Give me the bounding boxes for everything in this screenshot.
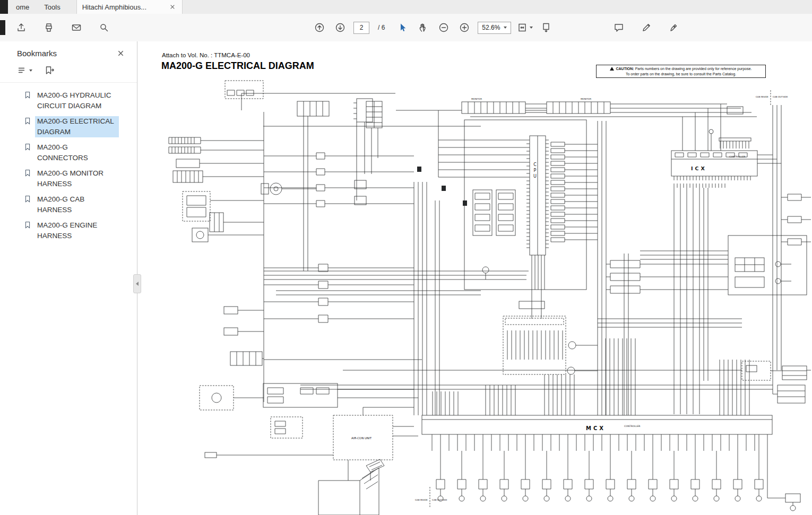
bookmark-icon [23, 143, 32, 153]
bookmarks-panel: Bookmarks MA200-G HYDRAULIC CIRCUIT DIAG… [0, 41, 137, 515]
bookmarks-list: MA200-G HYDRAULIC CIRCUIT DIAGRAM MA200-… [0, 83, 137, 241]
previous-page-button[interactable] [312, 20, 327, 35]
mcx-block: MCX CONTROLLER [422, 415, 772, 434]
cpu-block: CPU [462, 102, 610, 309]
zoom-out-button[interactable] [436, 20, 451, 35]
hand-tool-button[interactable] [416, 20, 430, 35]
zoom-level-dropdown[interactable]: 52.6% [478, 22, 511, 34]
tab-close-icon[interactable] [168, 3, 177, 11]
icx-label: ICX [691, 165, 707, 171]
warning-icon [610, 67, 614, 71]
cab-inside-label: CAB INSIDE [415, 499, 428, 501]
scrolling-pages-icon [541, 22, 551, 33]
close-panel-icon[interactable] [116, 48, 125, 58]
comment-button[interactable] [611, 20, 626, 35]
bookmark-locate-icon [44, 65, 55, 76]
highlight-button[interactable] [639, 20, 654, 35]
electrical-diagram: AIR-CON UNIT [141, 41, 812, 515]
air-con-unit-label: AIR-CON UNIT [351, 437, 372, 440]
toolbar-right-group [611, 14, 681, 41]
tab-document[interactable]: Hitachi Amphibious... [76, 0, 183, 14]
page-title: MA200-G ELECTRICAL DIAGRAM [161, 60, 314, 72]
zoom-level-value: 52.6% [482, 24, 500, 31]
options-list-icon [17, 65, 28, 76]
left-power-components [169, 137, 223, 242]
cab-outside-label: CAB OUTSIDE [432, 499, 447, 501]
page-total-label: / 6 [378, 24, 385, 31]
share-upload-icon [16, 22, 27, 33]
chevron-down-icon [530, 27, 533, 29]
mid-left-components [224, 153, 467, 335]
fit-page-dropdown[interactable] [517, 22, 533, 33]
monitor-label: MONITOR [471, 98, 482, 100]
tab-tools[interactable]: Tools [37, 0, 67, 14]
page-down-icon [335, 22, 345, 33]
attach-volume-line: Attach to Vol. No. : TTMCA-E-00 [162, 52, 250, 58]
bookmark-icon [23, 91, 32, 101]
main-toolbar: 2 / 6 52.6% [0, 14, 812, 42]
page-number-input[interactable]: 2 [353, 22, 369, 34]
comment-bubble-icon [614, 22, 624, 33]
hand-icon [418, 22, 428, 33]
caution-text-line2: To order parts on the drawing, be sure t… [626, 72, 736, 76]
bookmark-item-monitor-harness[interactable]: MA200-G MONITOR HARNESS [23, 168, 134, 189]
printer-icon [44, 22, 54, 33]
print-button[interactable] [41, 20, 56, 35]
bottom-components [436, 479, 763, 501]
bookmark-icon [23, 221, 32, 231]
cursor-arrow-icon [397, 22, 408, 33]
fountain-pen-icon [669, 22, 679, 33]
find-current-bookmark-button[interactable] [44, 65, 55, 76]
tab-document-label: Hitachi Amphibious... [82, 3, 146, 11]
bookmarks-header: Bookmarks [0, 41, 137, 60]
bookmark-item-electrical-diagram[interactable]: MA200-G ELECTRICAL DIAGRAM [23, 116, 134, 137]
bookmark-item-label: MA200-G HYDRAULIC CIRCUIT DIAGRAM [35, 90, 119, 111]
bookmark-item-label: MA200-G MONITOR HARNESS [35, 168, 119, 189]
clipped-toolbar-icon[interactable] [0, 20, 5, 35]
caution-box: CAUTION: Parts numbers on the drawing ar… [596, 65, 766, 78]
document-page: AIR-CON UNIT [137, 41, 812, 515]
bookmark-item-label: MA200-G CAB HARNESS [35, 194, 119, 215]
search-icon [99, 22, 109, 33]
bookmarks-toolbar [0, 60, 137, 83]
tab-bar: ome Tools Hitachi Amphibious... [0, 0, 812, 14]
cab-inside-label: CAB INSIDE [756, 95, 768, 98]
mcx-controller-label: CONTROLLER [624, 425, 640, 427]
mcx-label: MCX [586, 425, 606, 431]
share-button[interactable] [14, 20, 29, 35]
bookmark-options-button[interactable] [17, 65, 32, 76]
toolbar-center-group: 2 / 6 52.6% [312, 14, 554, 41]
bookmark-item-label: MA200-G ELECTRICAL DIAGRAM [35, 116, 119, 137]
bottom-left-components: AIR-CON UNIT [200, 352, 393, 515]
bookmark-item-label: MA200-G CONNECTORS [35, 142, 119, 163]
tab-home[interactable]: ome [8, 0, 37, 14]
bookmark-icon [23, 117, 32, 127]
monitor-label: MONITOR [581, 98, 591, 100]
pump-option-block [503, 316, 576, 374]
page-up-icon [314, 22, 325, 33]
page-display-button[interactable] [539, 20, 554, 35]
bookmark-item-connectors[interactable]: MA200-G CONNECTORS [23, 142, 134, 163]
select-tool-button[interactable] [395, 20, 410, 35]
clipped-app-icon[interactable] [0, 0, 8, 14]
plus-circle-icon [459, 22, 470, 33]
chevron-down-icon [29, 69, 32, 72]
zoom-in-button[interactable] [457, 20, 472, 35]
bookmark-item-hydraulic-circuit-diagram[interactable]: MA200-G HYDRAULIC CIRCUIT DIAGRAM [23, 90, 134, 111]
fill-sign-button[interactable] [667, 20, 681, 35]
bookmark-item-engine-harness[interactable]: MA200-G ENGINE HARNESS [23, 220, 134, 241]
email-button[interactable] [69, 20, 84, 35]
right-side-components [610, 194, 807, 511]
bookmark-item-cab-harness[interactable]: MA200-G CAB HARNESS [23, 194, 134, 215]
email-icon [71, 22, 82, 33]
search-button[interactable] [97, 20, 111, 35]
cab-outside-label: CAB OUTSIDE [773, 95, 788, 98]
caution-text-line1: Parts numbers on the drawing are provide… [635, 67, 752, 71]
panel-collapse-handle[interactable] [133, 274, 141, 293]
pdf-viewer-window: ome Tools Hitachi Amphibious... [0, 0, 812, 515]
toolbar-left-group [14, 14, 111, 41]
bookmark-item-label: MA200-G ENGINE HARNESS [35, 220, 119, 241]
tab-home-label: ome [16, 3, 29, 11]
next-page-button[interactable] [333, 20, 348, 35]
bookmarks-title: Bookmarks [17, 49, 57, 58]
